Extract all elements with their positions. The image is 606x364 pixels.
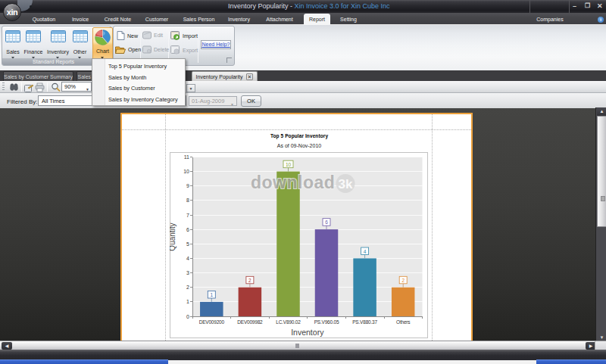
svg-text:DEV009200: DEV009200 xyxy=(199,319,225,325)
svg-text:DEV009982: DEV009982 xyxy=(237,319,263,325)
svg-text:2: 2 xyxy=(248,278,251,283)
svg-text:LC.V890.02: LC.V890.02 xyxy=(276,319,301,325)
svg-text:1: 1 xyxy=(186,299,189,304)
svg-text:Others: Others xyxy=(396,319,411,325)
svg-text:2: 2 xyxy=(401,278,405,283)
svg-text:5: 5 xyxy=(186,241,189,247)
svg-text:3k: 3k xyxy=(339,177,353,191)
svg-text:PS.V880.37: PS.V880.37 xyxy=(352,319,377,325)
svg-text:6: 6 xyxy=(325,219,328,225)
svg-text:2: 2 xyxy=(186,285,189,290)
svg-text:10: 10 xyxy=(286,162,292,167)
svg-text:11: 11 xyxy=(184,154,189,160)
svg-text:9: 9 xyxy=(186,183,189,188)
svg-text:4: 4 xyxy=(186,256,189,261)
svg-text:3: 3 xyxy=(186,270,189,275)
svg-text:8: 8 xyxy=(186,198,189,203)
svg-text:7: 7 xyxy=(186,213,189,218)
svg-text:6: 6 xyxy=(186,227,189,232)
svg-text:PS.V960.05: PS.V960.05 xyxy=(314,319,339,325)
svg-text:4: 4 xyxy=(364,249,367,254)
svg-text:1: 1 xyxy=(210,292,213,297)
svg-text:10: 10 xyxy=(183,169,189,174)
svg-text:0: 0 xyxy=(186,314,189,319)
svg-text:Inventory: Inventory xyxy=(291,328,324,337)
svg-text:Quantity: Quantity xyxy=(170,222,176,250)
svg-text:download: download xyxy=(251,173,335,192)
